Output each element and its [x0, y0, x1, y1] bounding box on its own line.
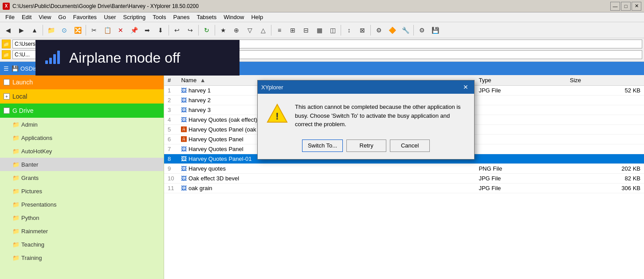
cancel-button[interactable]: Cancel [390, 140, 430, 152]
sidebar-item-presentations[interactable]: 📁 Presentations [0, 198, 164, 211]
file-size [566, 96, 644, 105]
title-bar: X C:\Users\Public\Documents\Google Drive… [0, 0, 644, 12]
up-button[interactable]: ▲ [28, 24, 41, 36]
sidebar-item-applications[interactable]: 📁 Applications [0, 131, 164, 144]
paste-button[interactable]: 📌 [128, 24, 140, 36]
menu-scripting[interactable]: Scripting [120, 13, 149, 21]
file-size [566, 105, 644, 115]
menu-go[interactable]: Go [55, 13, 69, 21]
folder-icon-grants: 📁 [12, 175, 20, 181]
save-button[interactable]: 💾 [429, 24, 441, 36]
folder-icon-banter: 📁 [12, 161, 20, 168]
file-name: 🖼 Oak effect 3D bevel [177, 174, 475, 183]
file-num: 1 [164, 86, 177, 96]
file-type [475, 125, 566, 135]
sidebar-item-rainmeter[interactable]: 📁 Rainmeter [0, 224, 164, 238]
back-button[interactable]: ◀ [2, 24, 14, 36]
cut-button[interactable]: ✂ [88, 24, 100, 36]
home-button[interactable]: ⊙ [58, 24, 71, 36]
menu-edit[interactable]: Edit [18, 13, 35, 21]
refresh-button[interactable]: ↻ [200, 24, 213, 36]
sidebar-item-grants[interactable]: 📁 Grants [0, 171, 164, 184]
view-detail[interactable]: ≡ [273, 24, 286, 36]
sort-button[interactable]: ↕ [343, 24, 355, 36]
pane-toggle[interactable]: ◫ [326, 24, 339, 36]
folder-button[interactable]: 📁 [45, 24, 57, 36]
menu-file[interactable]: File [2, 13, 18, 21]
sidebar-group-gdrive[interactable]: − G Drive [0, 104, 164, 118]
menu-window[interactable]: Window [220, 13, 247, 21]
delete-button[interactable]: ✕ [114, 24, 127, 36]
plugin-button[interactable]: ⚙ [373, 24, 385, 36]
retry-button[interactable]: Retry [346, 140, 386, 152]
menu-tools[interactable]: Tools [149, 13, 169, 21]
notification-text: Airplane mode off [69, 50, 180, 66]
breadcrumb-disk-icon[interactable]: 💾 [12, 65, 19, 72]
sidebar-group-launch-label: Launch [12, 79, 33, 86]
copy-button[interactable]: 📋 [101, 24, 114, 36]
undo-button[interactable]: ↩ [171, 24, 183, 36]
folder-icon-pictures: 📁 [12, 188, 20, 195]
menu-panes[interactable]: Panes [170, 13, 193, 21]
redo-button[interactable]: ↪ [184, 24, 196, 36]
file-num: 3 [164, 105, 177, 115]
maximize-button[interactable]: □ [621, 2, 631, 11]
star-button[interactable]: ★ [217, 24, 229, 36]
menu-view[interactable]: View [35, 13, 55, 21]
close-button[interactable]: ✕ [632, 2, 641, 11]
sidebar-item-autohotkey[interactable]: 📁 AutoHotKey [0, 144, 164, 158]
file-type [475, 96, 566, 105]
color-button[interactable]: 🔶 [386, 24, 398, 36]
sidebar-group-local[interactable]: + Local [0, 89, 164, 104]
col-header-num[interactable]: # [164, 75, 177, 86]
table-row[interactable]: 10 🖼 Oak effect 3D bevel JPG File 82 KB [164, 174, 644, 183]
switch-to-button[interactable]: Switch To... [302, 140, 343, 152]
copy2-button[interactable]: ⬇ [154, 24, 167, 36]
filter2-button[interactable]: ▽ [243, 24, 256, 36]
dialog-close-button[interactable]: ✕ [461, 82, 471, 92]
folder-icon-autohotkey: 📁 [12, 148, 20, 155]
sidebar-item-admin[interactable]: 📁 Admin [0, 118, 164, 131]
col-header-size[interactable]: Size [566, 75, 644, 86]
sidebar-item-pictures[interactable]: 📁 Pictures [0, 184, 164, 198]
sidebar-item-python[interactable]: 📁 Python [0, 211, 164, 224]
dialog-message: This action cannot be completed because … [295, 103, 465, 129]
file-num: 7 [164, 144, 177, 154]
menu-user[interactable]: User [100, 13, 119, 21]
col-header-type[interactable]: Type [475, 75, 566, 86]
tools2-button[interactable]: 🔧 [399, 24, 412, 36]
view-list[interactable]: ⊞ [287, 24, 299, 36]
move-button[interactable]: ➡ [141, 24, 153, 36]
sidebar-group-launch[interactable]: + Launch [0, 75, 164, 89]
file-icon-jpg2: 🖼 [181, 97, 187, 104]
folder-icon-rainmeter: 📁 [12, 228, 20, 235]
sidebar-item-training[interactable]: 📁 Training [0, 251, 164, 264]
settings-button[interactable]: ⚙ [416, 24, 428, 36]
sidebar-item-admin-label: Admin [21, 121, 38, 128]
table-row[interactable]: 11 🖼 oak grain JPG File 306 KB [164, 183, 644, 193]
file-type [475, 105, 566, 115]
nav-button[interactable]: 🔀 [71, 24, 84, 36]
table-row[interactable]: 9 🖼 Harvey quotes PNG File 202 KB [164, 164, 644, 174]
sidebar-item-teaching[interactable]: 📁 Teaching [0, 238, 164, 251]
signal-icon [44, 47, 62, 68]
menu-help[interactable]: Help [247, 13, 267, 21]
sidebar-item-banter[interactable]: 📁 Banter [0, 158, 164, 171]
minimize-button[interactable]: — [610, 2, 620, 11]
file-type [475, 144, 566, 154]
view-tiles[interactable]: ⊟ [300, 24, 312, 36]
folder-icon-1: 📁 [2, 40, 11, 48]
filter3-button[interactable]: △ [257, 24, 269, 36]
folder-icon-2: 📁 [2, 50, 11, 59]
forward-button[interactable]: ▶ [15, 24, 27, 36]
sidebar-item-autohotkey-label: AutoHotKey [21, 148, 52, 155]
svg-text:!: ! [275, 111, 279, 122]
file-size [566, 125, 644, 135]
breadcrumb-home-icon[interactable]: ☰ [4, 65, 9, 72]
view-thumb[interactable]: ▦ [313, 24, 326, 36]
menu-favorites[interactable]: Favorites [70, 13, 100, 21]
group-button[interactable]: ⊠ [356, 24, 369, 36]
filter-button[interactable]: ⊕ [230, 24, 243, 36]
sidebar-item-training-label: Training [21, 255, 42, 261]
menu-tabsets[interactable]: Tabsets [193, 13, 220, 21]
